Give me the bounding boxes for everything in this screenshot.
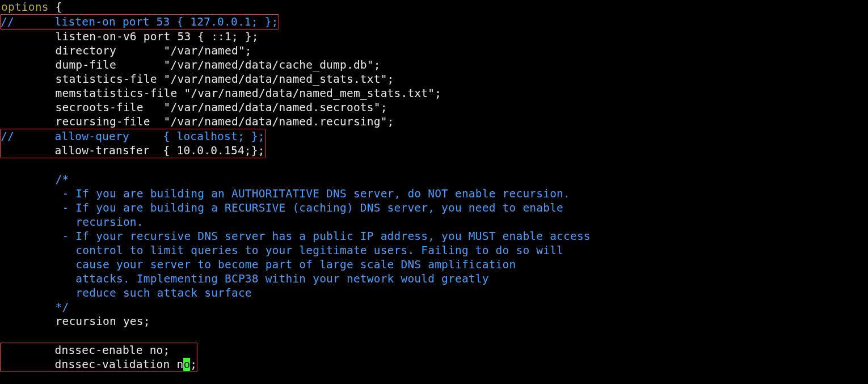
line-listen-on-v6: listen-on-v6 port 53 { ::1; }; bbox=[1, 30, 259, 43]
line-recursion: recursion yes; bbox=[1, 315, 150, 328]
comment-line-2: - If you are building a RECURSIVE (cachi… bbox=[1, 201, 563, 214]
comment-line-3: recursion. bbox=[1, 216, 144, 229]
line-recursing-file: recursing-file "/var/named/data/named.re… bbox=[1, 115, 394, 128]
comment-line-8: reduce such attack surface bbox=[1, 286, 252, 299]
line-listen-on: // listen-on port 53 { 127.0.0.1; }; bbox=[1, 15, 279, 28]
line-dnssec-validation-pre: dnssec-validation n bbox=[1, 358, 183, 371]
line-dump-file: dump-file "/var/named/data/cache_dump.db… bbox=[1, 58, 381, 71]
line-allow-query: // allow-query { localhost; }; bbox=[1, 130, 265, 143]
comment-line-1: - If you are building an AUTHORITATIVE D… bbox=[1, 187, 570, 200]
keyword-options: options bbox=[1, 1, 49, 14]
brace-open: { bbox=[49, 1, 62, 14]
line-dnssec-enable: dnssec-enable no; bbox=[1, 344, 170, 357]
comment-line-5: control to limit queries to your legitim… bbox=[1, 244, 563, 257]
comment-line-6: cause your server to become part of larg… bbox=[1, 258, 516, 271]
comment-line-4: - If your recursive DNS server has a pub… bbox=[1, 230, 591, 243]
highlight-box-listen-on: // listen-on port 53 { 127.0.0.1; }; bbox=[0, 14, 279, 29]
comment-block-close: */ bbox=[1, 301, 69, 314]
comment-line-7: attacks. Implementing BCP38 within your … bbox=[1, 272, 489, 285]
config-editor[interactable]: options { // listen-on port 53 { 127.0.0… bbox=[0, 0, 868, 372]
line-secroots-file: secroots-file "/var/named/data/named.sec… bbox=[1, 101, 387, 114]
comment-block-open: /* bbox=[1, 173, 69, 186]
line-memstatistics-file: memstatistics-file "/var/named/data/name… bbox=[1, 87, 441, 100]
line-dnssec-validation-post: ; bbox=[190, 358, 197, 371]
line-directory: directory "/var/named"; bbox=[1, 44, 252, 57]
text-cursor: o bbox=[183, 358, 190, 371]
line-statistics-file: statistics-file "/var/named/data/named_s… bbox=[1, 73, 394, 86]
highlight-box-dnssec: dnssec-enable no; dnssec-validation no; bbox=[0, 343, 197, 372]
line-allow-transfer: allow-transfer { 10.0.0.154;}; bbox=[1, 144, 265, 157]
highlight-box-allow: // allow-query { localhost; }; allow-tra… bbox=[0, 129, 266, 158]
